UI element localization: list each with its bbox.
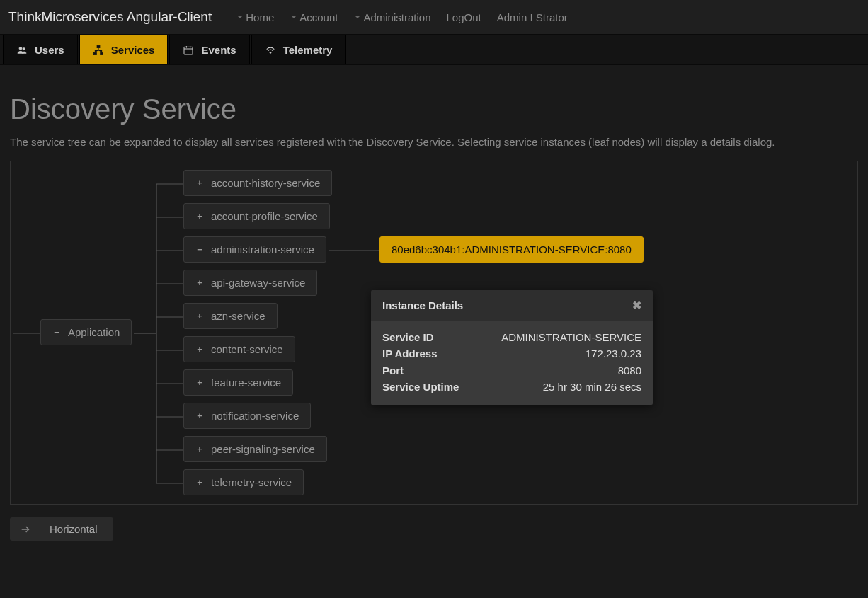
detail-row: IP Address 172.23.0.23 [382, 345, 641, 362]
brand: ThinkMicroservices Angular-Client [8, 9, 212, 25]
service-node[interactable]: + content-service [183, 336, 295, 362]
arrow-right-icon [20, 524, 31, 535]
service-node[interactable]: + api-gateway-service [183, 270, 317, 296]
detail-value: 8080 [618, 362, 641, 379]
minus-icon: − [52, 327, 61, 338]
page-description: The service tree can be expanded to disp… [10, 136, 858, 148]
service-node[interactable]: + telemetry-service [183, 469, 304, 495]
plus-icon: + [195, 377, 204, 388]
orientation-label: Horizontal [50, 523, 98, 535]
sitemap-icon [93, 45, 104, 56]
svg-point-6 [270, 52, 271, 53]
page-title: Discovery Service [10, 93, 858, 125]
plus-icon: + [195, 444, 204, 454]
service-label: feature-service [211, 376, 281, 389]
dialog-body: Service ID ADMINISTRATION-SERVICE IP Add… [371, 321, 653, 405]
service-label: account-profile-service [211, 210, 318, 222]
nav-username-label: Admin I Strator [497, 11, 568, 23]
orientation-toggle-button[interactable]: Horizontal [10, 517, 113, 541]
tab-services[interactable]: Services [79, 35, 169, 64]
users-icon [16, 45, 28, 56]
svg-rect-3 [93, 52, 96, 54]
nav-administration-label: Administration [363, 11, 430, 23]
chevron-down-icon [355, 16, 360, 18]
plus-icon: + [195, 477, 204, 488]
service-label: peer-signaling-service [211, 443, 315, 455]
service-label: api-gateway-service [211, 277, 305, 289]
service-label: azn-service [211, 310, 265, 322]
tab-users-label: Users [35, 44, 64, 56]
plus-icon: + [195, 410, 204, 421]
plus-icon: + [195, 277, 204, 288]
nav-administration[interactable]: Administration [346, 7, 438, 28]
detail-key: Service ID [382, 329, 434, 345]
close-icon[interactable]: ✖ [632, 299, 641, 312]
navbar: ThinkMicroservices Angular-Client Home A… [0, 0, 868, 34]
tree-wrap: − Application + account-history-service … [13, 170, 855, 495]
svg-rect-2 [97, 45, 100, 47]
nav-home-label: Home [246, 11, 274, 23]
nav-account[interactable]: Account [282, 7, 345, 28]
tree-root-label: Application [68, 326, 120, 338]
calendar-icon [183, 45, 194, 56]
detail-key: Port [382, 362, 404, 379]
tabstrip: Users Services Events Telemetry [0, 34, 868, 65]
tab-users[interactable]: Users [3, 35, 78, 64]
nav-links: Home Account Administration LogOut Admin… [229, 7, 575, 28]
chevron-down-icon [291, 16, 297, 18]
service-label: account-history-service [211, 177, 320, 189]
dialog-title: Instance Details [382, 299, 463, 311]
detail-key: IP Address [382, 345, 438, 362]
instance-details-dialog: Instance Details ✖ Service ID ADMINISTRA… [371, 290, 653, 405]
detail-row: Service Uptime 25 hr 30 min 26 secs [382, 379, 641, 395]
tab-services-label: Services [111, 44, 155, 56]
svg-rect-5 [184, 47, 193, 54]
nav-home[interactable]: Home [229, 7, 281, 28]
instance-node[interactable]: 80ed6bc304b1:ADMINISTRATION-SERVICE:8080 [379, 236, 644, 263]
service-node[interactable]: + feature-service [183, 369, 293, 396]
plus-icon: + [195, 311, 204, 321]
detail-row: Port 8080 [382, 362, 641, 379]
svg-rect-4 [100, 52, 103, 54]
tab-events-label: Events [201, 44, 236, 56]
tab-events[interactable]: Events [169, 35, 249, 64]
dialog-header: Instance Details ✖ [371, 290, 653, 321]
service-node-expanded[interactable]: − administration-service [183, 236, 326, 263]
wifi-icon [265, 45, 276, 56]
instance-label: 80ed6bc304b1:ADMINISTRATION-SERVICE:8080 [392, 243, 632, 255]
detail-value: ADMINISTRATION-SERVICE [501, 329, 641, 345]
service-node[interactable]: + azn-service [183, 303, 278, 329]
nav-logout-label: LogOut [446, 11, 481, 23]
plus-icon: + [195, 211, 204, 222]
minus-icon: − [195, 244, 204, 255]
service-label: administration-service [211, 243, 314, 255]
tree-panel: − Application + account-history-service … [10, 161, 858, 505]
tab-telemetry-label: Telemetry [283, 44, 333, 56]
detail-row: Service ID ADMINISTRATION-SERVICE [382, 329, 641, 345]
plus-icon: + [195, 178, 204, 188]
tree-root-node[interactable]: − Application [40, 319, 132, 345]
service-label: notification-service [211, 410, 299, 422]
detail-value: 172.23.0.23 [586, 345, 641, 362]
service-node[interactable]: + account-profile-service [183, 203, 330, 229]
service-label: telemetry-service [211, 476, 292, 488]
service-node[interactable]: + peer-signaling-service [183, 436, 327, 462]
nav-account-label: Account [299, 11, 338, 23]
svg-point-1 [23, 47, 25, 50]
content: Discovery Service The service tree can b… [0, 65, 868, 551]
detail-value: 25 hr 30 min 26 secs [543, 379, 641, 395]
nav-username[interactable]: Admin I Strator [490, 7, 575, 28]
plus-icon: + [195, 344, 204, 355]
svg-point-0 [19, 47, 22, 50]
tab-telemetry[interactable]: Telemetry [251, 35, 346, 64]
detail-key: Service Uptime [382, 379, 459, 395]
service-label: content-service [211, 343, 283, 355]
service-node[interactable]: + notification-service [183, 403, 311, 429]
service-node[interactable]: + account-history-service [183, 170, 332, 196]
chevron-down-icon [237, 16, 243, 18]
nav-logout[interactable]: LogOut [439, 7, 488, 28]
